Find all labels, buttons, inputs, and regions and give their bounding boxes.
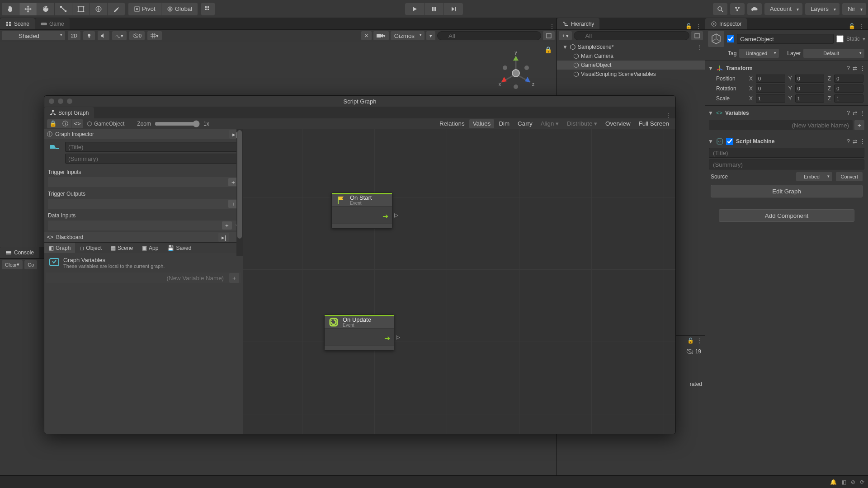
help-icon[interactable]: ? [847, 110, 850, 116]
scale-x-field[interactable] [756, 94, 785, 103]
inspector-lock-icon[interactable]: 🔓 [849, 23, 855, 29]
scene-row-menu[interactable]: ⋮ [697, 44, 705, 50]
graph-lock-button[interactable]: 🔒 [47, 119, 59, 128]
scale-tool[interactable] [55, 3, 72, 15]
bb-tab-graph[interactable]: ◧Graph [44, 243, 75, 253]
output-port[interactable]: ▷ [394, 212, 398, 218]
component-menu-icon[interactable]: ⋮ [860, 138, 865, 145]
grid-dropdown[interactable]: ▾ [147, 31, 162, 40]
convert-button[interactable]: Convert [836, 172, 863, 181]
graph-info-button[interactable]: ⓘ [59, 119, 71, 128]
mode-2d-toggle[interactable]: 2D [68, 31, 80, 40]
bb-tab-app[interactable]: ▣App [137, 243, 163, 253]
bb-tab-object[interactable]: ◻Object [75, 243, 106, 253]
status-icon-4[interactable]: ⟳ [860, 479, 864, 485]
tab-hierarchy[interactable]: Hierarchy [557, 18, 599, 29]
scrollbar-thumb[interactable] [237, 130, 242, 239]
help-icon[interactable]: ? [847, 65, 850, 71]
node-header[interactable]: On Start Event [332, 193, 392, 206]
hidden-toggle[interactable]: 0 [129, 31, 145, 40]
values-button[interactable]: Values [469, 119, 495, 128]
transform-tool[interactable] [90, 3, 107, 15]
lower-panel-menu[interactable]: ⋮ [697, 338, 702, 344]
lower-lock-icon[interactable]: 🔓 [687, 338, 694, 344]
status-icon-3[interactable]: ⊘ [851, 479, 855, 485]
component-menu-icon[interactable]: ⋮ [860, 65, 865, 71]
audio-toggle[interactable] [98, 31, 109, 40]
overview-button[interactable]: Overview [602, 119, 634, 128]
step-button[interactable] [444, 3, 463, 15]
script-graph-panel-menu[interactable]: ⋮ [664, 112, 673, 118]
foldout-arrow-icon[interactable]: ▼ [562, 44, 568, 50]
help-icon[interactable]: ? [847, 138, 850, 145]
search-button[interactable] [713, 3, 727, 15]
status-icon-2[interactable]: ◧ [841, 479, 846, 485]
custom-tool[interactable] [108, 3, 125, 15]
output-port[interactable]: ▷ [396, 334, 400, 340]
blackboard-new-var-field[interactable] [48, 273, 227, 283]
rect-tool[interactable] [72, 3, 90, 15]
hierarchy-scene-row[interactable]: ▼ SampleScene* ⋮ [557, 42, 705, 52]
inspector-panel-menu[interactable]: ⋮ [857, 23, 866, 29]
layers-dropdown[interactable]: Layers [805, 3, 840, 15]
hierarchy-item-gameobject[interactable]: GameObject [557, 61, 705, 70]
tab-game[interactable]: Game [35, 18, 70, 29]
draw-mode-dropdown[interactable]: Shaded [2, 31, 65, 40]
node-header[interactable]: On Update Event [325, 315, 394, 328]
traffic-minimize-icon[interactable] [58, 99, 63, 104]
preset-icon[interactable]: ⇄ [853, 110, 857, 116]
script-machine-header[interactable]: ▼ Script Machine ? ⇄ ⋮ [705, 136, 868, 147]
tab-inspector[interactable]: Inspector [705, 18, 747, 29]
script-machine-enabled-checkbox[interactable] [726, 138, 733, 145]
component-menu-icon[interactable]: ⋮ [860, 110, 865, 116]
align-dropdown[interactable]: Align ▾ [537, 119, 562, 128]
traffic-close-icon[interactable] [49, 99, 54, 104]
play-button[interactable] [405, 3, 424, 15]
carry-button[interactable]: Carry [514, 119, 536, 128]
foldout-arrow-icon[interactable]: ▼ [708, 110, 713, 116]
dim-button[interactable]: Dim [495, 119, 513, 128]
move-tool[interactable] [19, 3, 37, 15]
rotation-y-field[interactable] [795, 84, 825, 93]
graph-summary-field[interactable] [709, 160, 864, 169]
graph-title-input[interactable] [65, 142, 239, 152]
blackboard-collapse-button[interactable]: ▸| [218, 233, 229, 242]
graph-breadcrumb[interactable]: GameObject [87, 121, 124, 127]
camera-dropdown[interactable]: ▾ [373, 31, 389, 40]
orientation-gizmo[interactable]: y x z [493, 51, 538, 96]
zoom-slider[interactable] [155, 120, 200, 127]
add-data-input-button[interactable]: + [222, 221, 232, 230]
node-on-update[interactable]: On Update Event ➔ ▷ [324, 314, 394, 351]
tab-script-graph[interactable]: Script Graph [44, 107, 94, 118]
node-on-start[interactable]: On Start Event ➔ ▷ [331, 192, 392, 229]
hierarchy-search-input[interactable] [574, 31, 689, 40]
pause-button[interactable] [425, 3, 443, 15]
preset-icon[interactable]: ⇄ [853, 138, 857, 145]
hierarchy-visibility-button[interactable] [691, 31, 703, 40]
object-name-field[interactable] [737, 34, 834, 44]
position-z-field[interactable] [834, 75, 863, 83]
status-icon-1[interactable]: 🔔 [830, 479, 837, 485]
sidebar-scrollbar[interactable] [236, 129, 243, 256]
object-icon[interactable] [708, 31, 724, 47]
hand-tool[interactable] [2, 3, 19, 15]
gizmos-dropdown[interactable]: Gizmos [391, 31, 425, 40]
preset-icon[interactable]: ⇄ [853, 65, 857, 71]
hierarchy-panel-menu[interactable]: ⋮ [694, 23, 703, 29]
scene-maximize[interactable] [543, 31, 555, 40]
distribute-dropdown[interactable]: Distribute ▾ [563, 119, 601, 128]
scene-panel-menu[interactable]: ⋮ [547, 23, 557, 29]
rotation-z-field[interactable] [834, 84, 863, 93]
traffic-zoom-icon[interactable] [67, 99, 72, 104]
rotate-tool[interactable] [37, 3, 54, 15]
global-toggle[interactable]: Global [161, 3, 198, 15]
pivot-toggle[interactable]: Pivot [128, 3, 161, 15]
tag-dropdown[interactable]: Untagged [739, 49, 779, 58]
account-dropdown[interactable]: Account [764, 3, 802, 15]
bb-tab-scene[interactable]: ▦Scene [106, 243, 137, 253]
foldout-arrow-icon[interactable]: ▼ [708, 138, 713, 145]
gizmos-extra[interactable]: ▾ [426, 31, 435, 40]
tools-dropdown[interactable]: ✕ [361, 31, 372, 40]
script-graph-titlebar[interactable]: Script Graph [44, 96, 675, 107]
foldout-arrow-icon[interactable]: ▼ [708, 65, 713, 71]
